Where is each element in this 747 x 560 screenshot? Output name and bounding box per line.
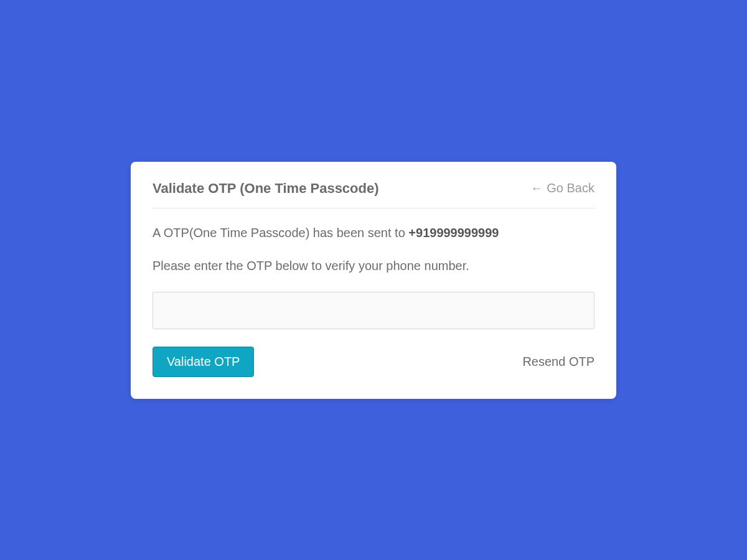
validate-otp-button[interactable]: Validate OTP [153,347,254,377]
otp-instruction: Please enter the OTP below to verify you… [153,259,594,273]
go-back-label: Go Back [547,181,594,195]
otp-input[interactable] [153,292,594,329]
otp-validation-card: Validate OTP (One Time Passcode) ← Go Ba… [131,162,616,399]
card-footer: Validate OTP Resend OTP [153,347,594,377]
arrow-left-icon: ← [530,181,543,195]
card-body: A OTP(One Time Passcode) has been sent t… [153,208,594,377]
card-title: Validate OTP (One Time Passcode) [153,180,379,197]
card-header: Validate OTP (One Time Passcode) ← Go Ba… [153,180,594,208]
phone-number: +919999999999 [408,226,499,240]
sent-prefix: A OTP(One Time Passcode) has been sent t… [153,226,408,240]
go-back-link[interactable]: ← Go Back [530,181,594,195]
otp-sent-message: A OTP(One Time Passcode) has been sent t… [153,224,594,241]
resend-otp-link[interactable]: Resend OTP [522,355,594,369]
